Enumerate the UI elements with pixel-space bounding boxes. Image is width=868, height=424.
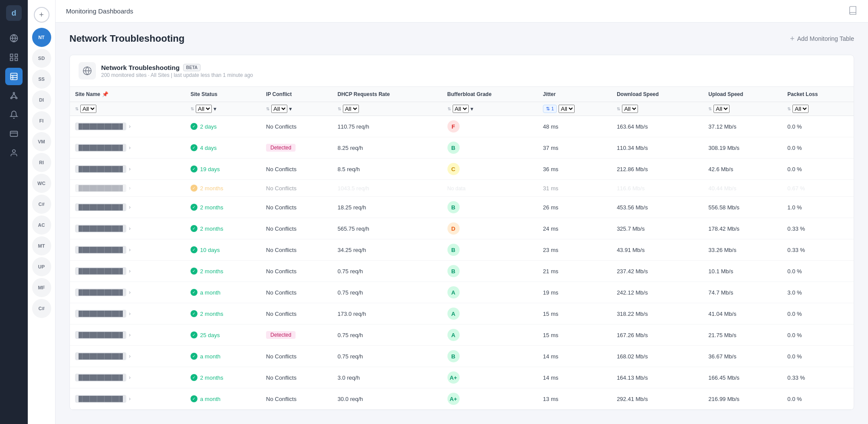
sort-icon-8[interactable]: ⇅ [708,106,712,111]
cell-jitter: 31 ms [538,180,612,197]
sidebar-add-button[interactable]: + [34,7,49,23]
cell-download-speed: 453.56 Mb/s [612,197,703,218]
book-icon[interactable] [848,6,858,17]
uptime-value: 2 months [200,225,223,232]
sidebar-item-SD[interactable]: SD [32,49,51,68]
table-row[interactable]: ████████████ › ✓ 25 days Detected0.75 re… [70,325,854,346]
sort-icon[interactable]: ⇅ [75,106,79,111]
sort-icon-4[interactable]: ⇅ [338,106,341,111]
add-table-button[interactable]: + Add Monitoring Table [790,34,854,43]
ip-conflict-detected: Detected [266,331,296,339]
sort-icon-7[interactable]: ⇅ [617,106,620,111]
cell-packet-loss: 0.33 % [782,239,854,261]
sort-icon-9[interactable]: ⇅ [787,106,791,111]
row-expand-icon[interactable]: › [129,204,131,210]
sidebar-item-VM[interactable]: VM [32,132,51,151]
nav-tickets[interactable] [5,125,23,142]
status-dot: ✓ [191,204,197,211]
row-expand-icon[interactable]: › [129,166,131,172]
sort-pin-icon[interactable]: 📌 [102,91,108,97]
nav-boxes[interactable] [5,49,23,66]
row-expand-icon[interactable]: › [129,185,131,191]
row-expand-icon[interactable]: › [129,311,131,317]
row-expand-icon[interactable]: › [129,145,131,151]
row-expand-icon[interactable]: › [129,332,131,338]
sidebar-item-AC[interactable]: AC [32,215,51,235]
cell-upload-speed: 40.44 Mb/s [703,180,782,197]
sidebar-item-NT[interactable]: NT [32,28,51,47]
table-row[interactable]: ████████████ › ✓ 2 months No Conflicts0.… [70,261,854,282]
table-row[interactable]: ████████████ › ✓ a month No Conflicts30.… [70,388,854,410]
filter-active-tag[interactable]: ⇅ 1 [543,105,557,113]
chevron-down-icon[interactable]: ▾ [214,106,217,112]
filter-dhcp-select[interactable]: All [343,105,359,113]
cell-packet-loss: 3.0 % [782,282,854,303]
cell-jitter: 13 ms [538,388,612,410]
sort-icon-2[interactable]: ⇅ [191,106,194,111]
table-row[interactable]: ████████████ › ✓ a month No Conflicts0.7… [70,346,854,367]
sidebar-item-MT[interactable]: MT [32,236,51,255]
header-title: Monitoring Dashboards [66,7,133,15]
table-row[interactable]: ████████████ › ✓ a month No Conflicts0.7… [70,282,854,303]
sidebar-item-C2[interactable]: C# [32,299,51,318]
chevron-down-icon-2[interactable]: ▾ [289,106,292,112]
nav-globe[interactable] [5,30,23,47]
row-expand-icon[interactable]: › [129,374,131,381]
cell-site-name: ████████████ › [70,239,185,261]
app-logo[interactable]: d [6,5,22,21]
filter-upload-select[interactable]: All [713,105,730,113]
table-row[interactable]: ████████████ › ✓ 2 months No Conflicts10… [70,180,854,197]
sidebar-item-MF[interactable]: MF [32,278,51,297]
filter-ip-conflict-select[interactable]: All [271,105,287,113]
filter-download-select[interactable]: All [622,105,638,113]
filter-site-name-select[interactable]: All [80,105,96,113]
row-expand-icon[interactable]: › [129,289,131,295]
cell-site-name: ████████████ › [70,367,185,388]
table-row[interactable]: ████████████ › ✓ 19 days No Conflicts8.5… [70,159,854,180]
cell-jitter: 14 ms [538,367,612,388]
cell-jitter: 24 ms [538,218,612,239]
filter-packet-loss-select[interactable]: All [792,105,809,113]
sidebar-item-DI[interactable]: DI [32,90,51,109]
ip-conflict-none: No Conflicts [266,185,296,192]
site-name-text: ████████████ [75,144,126,152]
uptime-value: 2 months [200,374,223,381]
nav-table[interactable] [5,68,23,85]
row-expand-icon[interactable]: › [129,268,131,274]
nav-network[interactable] [5,87,23,104]
nav-bell[interactable] [5,106,23,123]
table-row[interactable]: ████████████ › ✓ 10 days No Conflicts34.… [70,239,854,261]
sidebar-item-SS[interactable]: SS [32,70,51,89]
table-row[interactable]: ████████████ › ✓ 2 months No Conflicts3.… [70,367,854,388]
nav-person[interactable] [5,144,23,162]
table-row[interactable]: ████████████ › ✓ 2 months No Conflicts17… [70,303,854,325]
sort-icon-3[interactable]: ⇅ [266,106,270,111]
sidebar-item-C1[interactable]: C# [32,195,51,214]
chevron-down-icon-3[interactable]: ▾ [470,106,473,112]
sidebar-item-WC[interactable]: WC [32,174,51,193]
cell-ip-conflict: No Conflicts [261,367,332,388]
status-dot: ✓ [191,310,197,317]
row-expand-icon[interactable]: › [129,247,131,253]
row-expand-icon[interactable]: › [129,123,131,129]
filter-jitter-select[interactable]: All [559,105,575,113]
table-row[interactable]: ████████████ › ✓ 4 days Detected8.25 req… [70,137,854,159]
row-expand-icon[interactable]: › [129,353,131,359]
sidebar-item-UP[interactable]: UP [32,257,51,276]
filter-bufferbloat-select[interactable]: All [453,105,469,113]
sidebar-item-FI[interactable]: FI [32,111,51,130]
cell-upload-speed: 166.45 Mb/s [703,367,782,388]
bufferbloat-grade: A [447,329,460,341]
sort-icon-5[interactable]: ⇅ [447,106,451,111]
table-row[interactable]: ████████████ › ✓ 2 months No Conflicts56… [70,218,854,239]
beta-badge: BETA [183,64,201,71]
row-expand-icon[interactable]: › [129,396,131,402]
svg-rect-3 [15,54,18,57]
sidebar-item-RI[interactable]: RI [32,153,51,172]
cell-bufferbloat: A [442,282,538,303]
table-row[interactable]: ████████████ › ✓ 2 days No Conflicts110.… [70,116,854,137]
table-row[interactable]: ████████████ › ✓ 2 months No Conflicts18… [70,197,854,218]
cell-bufferbloat: A+ [442,388,538,410]
row-expand-icon[interactable]: › [129,225,131,232]
filter-site-status-select[interactable]: All [196,105,212,113]
